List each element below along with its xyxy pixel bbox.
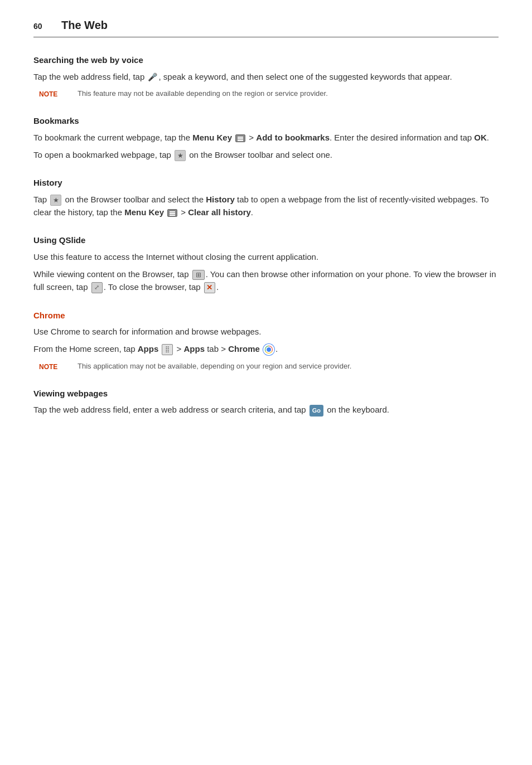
- apps-grid-icon: [162, 344, 173, 355]
- star-bookmark-icon: ★: [175, 150, 186, 161]
- section-qslide: Using QSlide Use this feature to access …: [33, 234, 499, 293]
- page-header: 60 The Web: [33, 17, 499, 37]
- chrome-app-icon: [263, 344, 274, 355]
- section-searching-by-voice: Searching the web by voice Tap the web a…: [33, 54, 499, 99]
- clear-all-history-label: Clear all history: [188, 207, 251, 217]
- apps-label: Apps: [138, 344, 159, 354]
- menu-key-label: Menu Key: [192, 133, 232, 142]
- section-heading-searching: Searching the web by voice: [33, 54, 499, 67]
- section-viewing-webpages: Viewing webpages Tap the web address fie…: [33, 388, 499, 417]
- close-x-icon: ✕: [204, 282, 215, 293]
- menu-key-icon: [235, 134, 245, 142]
- chrome-label: Chrome: [228, 344, 260, 354]
- section-heading-viewing: Viewing webpages: [33, 388, 499, 400]
- note-label: NOTE: [39, 89, 70, 99]
- note-chrome: NOTE This application may not be availab…: [39, 361, 499, 372]
- note-label-chrome: NOTE: [39, 361, 70, 372]
- page-title: The Web: [61, 17, 108, 33]
- star-history-icon: ★: [50, 195, 61, 206]
- menu-key-icon-2: [167, 209, 177, 217]
- note-text: This feature may not be available depend…: [78, 89, 328, 99]
- section-heading-history: History: [33, 177, 499, 190]
- apps-tab-label: Apps: [184, 344, 205, 354]
- section-heading-chrome: Chrome: [33, 309, 499, 322]
- section-history: History Tap ★ on the Browser toolbar and…: [33, 177, 499, 219]
- history-tab-label: History: [206, 195, 235, 204]
- mic-icon: 🎤: [148, 71, 157, 84]
- paragraph-qslide-1: Use this feature to access the Internet …: [33, 250, 499, 263]
- menu-key-label-2: Menu Key: [124, 207, 164, 217]
- section-chrome: Chrome Use Chrome to search for informat…: [33, 309, 499, 372]
- paragraph-bookmarks-1: To bookmark the current webpage, tap the…: [33, 131, 499, 144]
- paragraph-viewing-1: Tap the web address field, enter a web a…: [33, 403, 499, 417]
- page-number: 60: [33, 21, 50, 32]
- page: 60 The Web Searching the web by voice Ta…: [0, 0, 532, 454]
- note-searching: NOTE This feature may not be available d…: [39, 89, 499, 99]
- section-heading-bookmarks: Bookmarks: [33, 115, 499, 128]
- paragraph-chrome-2: From the Home screen, tap Apps > Apps ta…: [33, 342, 499, 355]
- paragraph-history-1: Tap ★ on the Browser toolbar and select …: [33, 193, 499, 219]
- paragraph-searching-1: Tap the web address field, tap 🎤, speak …: [33, 70, 499, 84]
- paragraph-chrome-1: Use Chrome to search for information and…: [33, 325, 499, 338]
- ok-label: OK: [474, 133, 487, 142]
- qslide-browser-icon: [192, 270, 205, 280]
- section-bookmarks: Bookmarks To bookmark the current webpag…: [33, 115, 499, 161]
- note-text-chrome: This application may not be available, d…: [78, 361, 351, 371]
- section-heading-qslide: Using QSlide: [33, 234, 499, 247]
- resize-icon: [91, 282, 103, 293]
- paragraph-qslide-2: While viewing content on the Browser, ta…: [33, 268, 499, 294]
- go-button-icon: Go: [309, 405, 323, 417]
- add-to-bookmarks-label: Add to bookmarks: [256, 133, 330, 142]
- paragraph-bookmarks-2: To open a bookmarked webpage, tap ★ on t…: [33, 148, 499, 161]
